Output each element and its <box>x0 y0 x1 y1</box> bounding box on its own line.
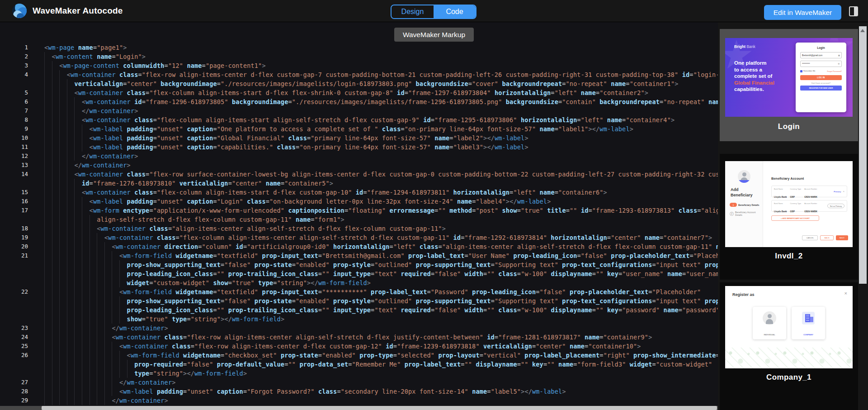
code-row[interactable]: 4<wm-container class="flex-row align-ite… <box>0 70 718 79</box>
step-1-badge: 1 <box>730 203 737 207</box>
code-row[interactable]: 15<wm-container class="flex-column align… <box>0 188 718 197</box>
page-label-company1[interactable]: Company_1 <box>720 373 858 382</box>
line-number: 2 <box>0 52 28 61</box>
code-row[interactable]: 7</wm-container> <box>0 106 718 115</box>
line-number <box>0 179 28 188</box>
code-row[interactable]: 9<wm-label padding="unset" caption="One … <box>0 124 718 133</box>
code-row[interactable]: 21<wm-form-field widgetname="textfield" … <box>0 251 718 260</box>
beneficiary-side-panel: Add Beneficiary 1 Beneficiary Details 2 … <box>725 161 763 247</box>
code-row[interactable]: 5<wm-container class="flex-column align-… <box>0 88 718 97</box>
code-row[interactable]: 28<wm-label padding="unset" caption="For… <box>0 387 718 396</box>
page-card-login[interactable]: Bright Bank One platform to access a com… <box>720 29 858 141</box>
code-row[interactable]: 13</wm-container> <box>0 161 718 170</box>
checkbox-icon <box>800 70 802 72</box>
code-text: align-self-stretch d-flex flex-column cu… <box>44 215 344 224</box>
code-row[interactable]: 19<wm-container class="flex-column align… <box>0 233 718 242</box>
code-row[interactable]: 18<wm-container class="align-items-cente… <box>0 224 718 233</box>
design-tab[interactable]: Design <box>392 5 434 18</box>
code-row[interactable]: 14<wm-container class="flex-row surface-… <box>0 170 718 179</box>
code-editor[interactable]: 1<wm-page name="page1">2<wm-content name… <box>0 22 718 410</box>
scroll-up-arrow-icon[interactable] <box>860 29 865 32</box>
code-row[interactable]: 2<wm-content name="Login"> <box>0 52 718 61</box>
code-row[interactable]: widget="custom-widget" show="true" type=… <box>0 278 718 287</box>
code-text: verticalalign="center" backgroundimage="… <box>44 79 679 88</box>
company1-page-thumbnail[interactable]: Register as × INDIVIDUAL COMPANY <box>725 286 853 368</box>
code-text: </wm-container> <box>44 161 131 170</box>
line-number: 3 <box>0 61 28 70</box>
code-text: </wm-container> <box>44 152 138 161</box>
primary-link: Primary <box>834 191 841 193</box>
company-option-card: COMPANY <box>792 307 825 339</box>
hero-headline: One platform to access a complete set of… <box>734 60 774 93</box>
code-row[interactable]: prop-leading_icon_class="" prop-trailing… <box>0 305 718 315</box>
code-text: widget="custom-widget" show="true" type=… <box>44 278 371 287</box>
code-text: <wm-label padding="unset" caption="Forgo… <box>44 387 566 396</box>
code-row[interactable]: align-self-stretch d-flex flex-column cu… <box>0 215 718 224</box>
code-row[interactable]: 22<wm-form-field widgetname="textfield" … <box>0 287 718 296</box>
step-2-badge: 2 <box>730 212 734 216</box>
eye-icon: 👁 <box>838 62 840 67</box>
code-row[interactable]: 10<wm-label padding="unset" caption="Glo… <box>0 133 718 143</box>
login-page-thumbnail[interactable]: Bright Bank One platform to access a com… <box>725 38 853 117</box>
invdl2-page-thumbnail[interactable]: Add Beneficiary 1 Beneficiary Details 2 … <box>725 161 853 247</box>
code-text: prop-required="false" prop-default_value… <box>44 360 712 369</box>
code-row[interactable]: 1<wm-page name="page1"> <box>0 43 718 52</box>
code-row[interactable]: show="true" type="string"></wm-form-fiel… <box>0 315 718 324</box>
edit-in-wavemaker-button[interactable]: Edit in WaveMaker <box>764 5 841 20</box>
code-tab[interactable]: Code <box>434 5 476 18</box>
page-label-login[interactable]: Login <box>720 122 858 131</box>
line-number: 13 <box>0 161 28 170</box>
code-text: <wm-container class="flex-column align-i… <box>44 115 675 124</box>
individual-option-card: INDIVIDUAL <box>753 307 786 339</box>
horizontal-scrollbar-thumb[interactable] <box>42 406 717 410</box>
remember-row: Remember Me Forgot Password? <box>800 69 842 73</box>
beneficiary-row: Bank NameLloyds Bank Currency TypeGBP Ac… <box>771 186 847 197</box>
code-text: <wm-form enctype="application/x-www-form… <box>44 206 718 215</box>
code-row[interactable]: 23</wm-container> <box>0 324 718 333</box>
horizontal-scrollbar-track[interactable] <box>0 406 718 410</box>
pages-scrollbar[interactable] <box>859 26 867 284</box>
panel-toggle-icon[interactable] <box>849 6 858 16</box>
code-text: <wm-container class="flex-row align-item… <box>44 70 718 79</box>
code-row[interactable]: id="frame-1276-618973810" verticalalign=… <box>0 179 718 188</box>
code-row[interactable]: type="string"></wm-form-field> <box>0 369 718 378</box>
code-row[interactable]: verticalalign="center" backgroundimage="… <box>0 79 718 88</box>
code-row[interactable]: 6<wm-container id="frame-1296-618973805"… <box>0 97 718 106</box>
cancel-button: CANCEL <box>802 235 818 240</box>
code-row[interactable]: 3<wm-page-content columnwidth="12" name=… <box>0 61 718 70</box>
page-card-invdl2[interactable]: Add Beneficiary 1 Beneficiary Details 2 … <box>720 154 858 280</box>
code-text: <wm-container class="flex-row align-item… <box>44 333 652 342</box>
next-button: NEXT <box>836 235 848 240</box>
code-row[interactable]: prop-required="false" prop-default_value… <box>0 360 718 369</box>
code-row[interactable]: 26<wm-form-field widgetname="checkbox_se… <box>0 351 718 360</box>
code-row[interactable]: prop-show_supporting_text="false" prop-s… <box>0 260 718 269</box>
code-text: prop-leading_icon_class="" prop-trailing… <box>44 269 718 278</box>
code-row[interactable]: 24<wm-container class="flex-row align-it… <box>0 333 718 342</box>
code-row[interactable]: 29</wm-container> <box>0 396 718 405</box>
forgot-password-link: Forgot Password? <box>827 70 842 72</box>
code-row[interactable]: 12</wm-container> <box>0 152 718 161</box>
login-form-card: Login Brettsmith@gmail.com◉ **********👁 … <box>796 43 846 112</box>
code-row[interactable]: 27</wm-container> <box>0 378 718 387</box>
code-row[interactable]: prop-leading_icon_class="" prop-trailing… <box>0 269 718 278</box>
line-number: 21 <box>0 251 28 260</box>
code-row[interactable]: 11<wm-label padding="unset" caption="cap… <box>0 143 718 152</box>
code-row[interactable]: 16<wm-label padding="unset" caption="Log… <box>0 197 718 206</box>
page-card-company1[interactable]: Register as × INDIVIDUAL COMPANY Company… <box>720 282 858 410</box>
beneficiary-account-heading: Beneficiary Account <box>771 176 804 181</box>
line-number <box>0 269 28 278</box>
line-number: 1 <box>0 43 28 52</box>
code-row[interactable]: 25<wm-container class="flex-row align-it… <box>0 342 718 351</box>
line-number <box>0 278 28 287</box>
code-row[interactable]: prop-show_supporting_text="false" prop-s… <box>0 296 718 305</box>
code-row[interactable]: 8<wm-container class="flex-column align-… <box>0 115 718 124</box>
line-number <box>0 360 28 369</box>
line-number: 24 <box>0 333 28 342</box>
thumb-action-buttons: CANCEL BACK NEXT <box>802 235 848 240</box>
page-label-invdl2[interactable]: Invdl_2 <box>720 252 858 261</box>
line-number: 27 <box>0 378 28 387</box>
code-row[interactable]: 17<wm-form enctype="application/x-www-fo… <box>0 206 718 215</box>
line-number: 19 <box>0 233 28 242</box>
register-options: INDIVIDUAL COMPANY <box>753 307 825 339</box>
code-row[interactable]: 20<wm-container direction="column" id="a… <box>0 242 718 251</box>
